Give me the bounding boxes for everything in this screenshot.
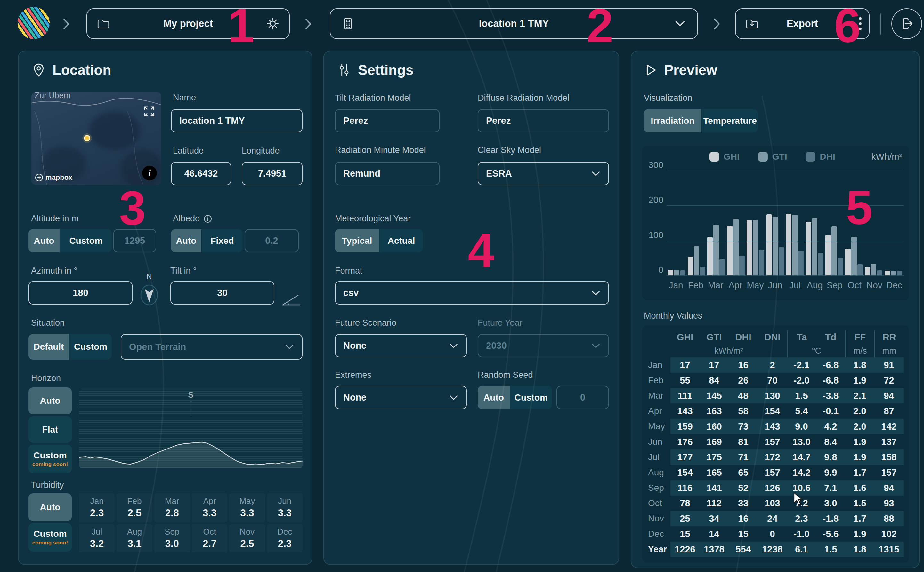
app-logo[interactable] [18, 7, 50, 39]
map-expand-icon[interactable] [142, 104, 156, 118]
turbidity-month-label: Apr [203, 496, 216, 506]
turbidity-cell-jan: Jan2.3 [79, 493, 115, 522]
cell-td: -6.8 [816, 360, 845, 370]
cell-ta: 1.5 [787, 391, 816, 401]
dhi-bar-jul [798, 251, 804, 276]
albedo-label: Albedo [173, 214, 200, 224]
mapbox-attribution[interactable]: ✦ mapbox [35, 173, 72, 182]
cell-dni: 130 [758, 391, 787, 401]
table-row-year: Year1226137855412386.11.51.81315 [648, 542, 904, 557]
albedo-input[interactable]: 0.2 [245, 229, 299, 252]
future-year-dropdown[interactable]: 2030 [478, 334, 609, 358]
cell-ta: 9.0 [787, 421, 816, 432]
tilt-input[interactable]: 30 [170, 281, 274, 305]
bar-group-jan [668, 270, 686, 276]
col-rr: RR [874, 331, 904, 344]
gti-bar-sep [832, 227, 837, 276]
cell-ta: 2.3 [787, 513, 816, 524]
altitude-toggle: Auto Custom [28, 229, 112, 252]
project-button[interactable]: My project [86, 8, 290, 39]
cell-dni: 126 [758, 483, 787, 493]
cell-td: 4.2 [816, 421, 845, 432]
altitude-custom-option[interactable]: Custom [60, 229, 112, 252]
tab-temperature[interactable]: Temperature [702, 109, 758, 132]
dataset-selector[interactable]: location 1 TMY [330, 8, 698, 39]
horizon-auto-button[interactable]: Auto [28, 387, 72, 414]
format-dropdown[interactable]: csv [335, 281, 609, 305]
row-month-label: Jan [648, 360, 670, 370]
cell-dni: 24 [758, 513, 787, 524]
name-input[interactable]: location 1 TMY [171, 109, 302, 132]
met-year-actual-option[interactable]: Actual [380, 229, 423, 252]
turbidity-month-value: 2.3 [278, 538, 292, 550]
turbidity-month-value: 3.3 [203, 507, 217, 519]
ghi-bar-aug [806, 222, 811, 276]
cell-gti: 175 [700, 452, 729, 463]
situation-custom-option[interactable]: Custom [70, 334, 112, 359]
horizon-custom-button[interactable]: Custom coming soon! [28, 445, 72, 473]
azimuth-input[interactable]: 180 [28, 281, 132, 305]
visualization-toggle: Irradiation Temperature [644, 109, 758, 132]
dhi-swatch [806, 152, 815, 162]
horizon-flat-button[interactable]: Flat [28, 416, 72, 443]
cell-ghi: 78 [670, 498, 700, 509]
cell-td: -5.6 [816, 529, 845, 539]
cell-ghi: 17 [670, 360, 700, 370]
azimuth-compass: N [140, 284, 158, 306]
dhi-bar-sep [838, 258, 843, 276]
logout-button[interactable] [891, 8, 922, 39]
location-map[interactable]: Zur Übern ✦ mapbox i [31, 92, 161, 185]
random-seed-auto-option[interactable]: Auto [478, 386, 510, 409]
random-seed-custom-option[interactable]: Custom [510, 386, 552, 409]
random-seed-input[interactable]: 0 [556, 386, 609, 409]
row-month-label: Jul [648, 452, 670, 462]
row-month-label: Year [648, 544, 670, 554]
terrain-dropdown[interactable]: Open Terrain [121, 334, 302, 359]
y-tick-label: 0 [644, 265, 664, 275]
met-year-typical-option[interactable]: Typical [335, 229, 379, 252]
logout-icon [899, 16, 915, 31]
situation-label: Situation [31, 318, 65, 328]
turbidity-cell-oct: Oct2.7 [192, 524, 227, 553]
turbidity-auto-button[interactable]: Auto [28, 493, 72, 521]
longitude-input[interactable]: 7.4951 [242, 162, 302, 185]
bar-group-apr [727, 219, 745, 276]
chevron-down-icon [448, 393, 459, 402]
cell-ta: 10.6 [787, 483, 816, 493]
ghi-bar-feb [688, 256, 693, 276]
future-scenario-dropdown[interactable]: None [335, 334, 467, 358]
latitude-input[interactable]: 46.6432 [171, 162, 231, 185]
info-icon[interactable] [203, 214, 213, 224]
albedo-auto-option[interactable]: Auto [171, 229, 201, 252]
cell-td: 9.8 [816, 452, 845, 463]
extremes-dropdown[interactable]: None [335, 386, 467, 409]
turbidity-month-value: 2.7 [203, 538, 217, 550]
tilt-model-field[interactable]: Perez [335, 109, 439, 132]
map-info-button[interactable]: i [142, 166, 157, 180]
albedo-fixed-option[interactable]: Fixed [202, 229, 242, 252]
col-ff: FF [845, 331, 874, 344]
cell-rr: 72 [874, 375, 904, 386]
coming-soon-badge: coming soon! [32, 461, 68, 468]
minute-model-field[interactable]: Remund [335, 162, 439, 185]
situation-default-option[interactable]: Default [28, 334, 69, 359]
sliders-icon [337, 63, 352, 78]
cell-ta: 6.1 [787, 544, 816, 555]
turbidity-custom-button[interactable]: Custom coming soon! [28, 523, 72, 552]
altitude-auto-option[interactable]: Auto [28, 229, 59, 252]
clear-sky-dropdown[interactable]: ESRA [478, 162, 609, 185]
tab-irradiation[interactable]: Irradiation [644, 109, 701, 132]
gti-bar-feb [694, 246, 699, 276]
cell-td: -6.8 [816, 375, 845, 386]
cell-ta: -2.1 [787, 360, 816, 370]
y-tick-label: 300 [644, 160, 664, 170]
gridline-100 [667, 241, 904, 241]
x-tick-label: Apr [726, 280, 745, 291]
clear-sky-label: Clear Sky Model [478, 145, 541, 155]
chevron-down-icon [674, 19, 686, 28]
gear-icon[interactable] [265, 16, 280, 31]
row-month-label: Oct [648, 498, 670, 508]
diffuse-model-field[interactable]: Perez [478, 109, 609, 132]
bar-group-nov [865, 264, 882, 276]
cell-dhi: 58 [729, 406, 758, 417]
